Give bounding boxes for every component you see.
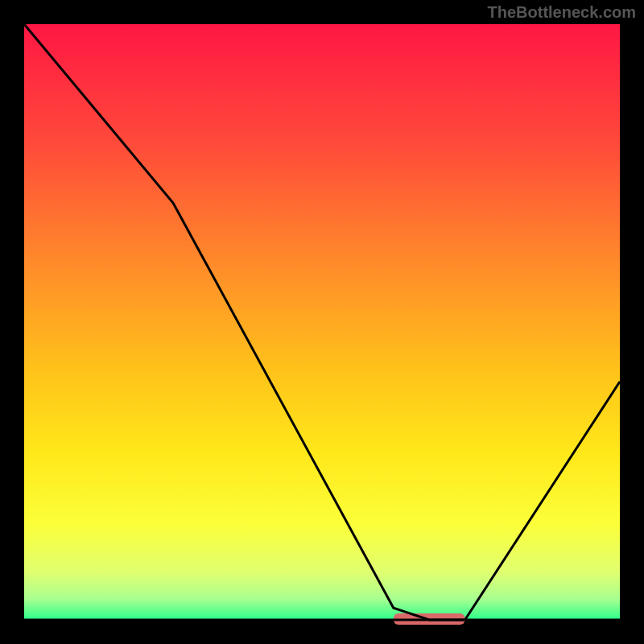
plot-background [24, 24, 620, 620]
watermark-text: TheBottleneck.com [488, 3, 636, 22]
chart-container: TheBottleneck.com [0, 0, 644, 644]
bottleneck-chart [0, 0, 644, 644]
